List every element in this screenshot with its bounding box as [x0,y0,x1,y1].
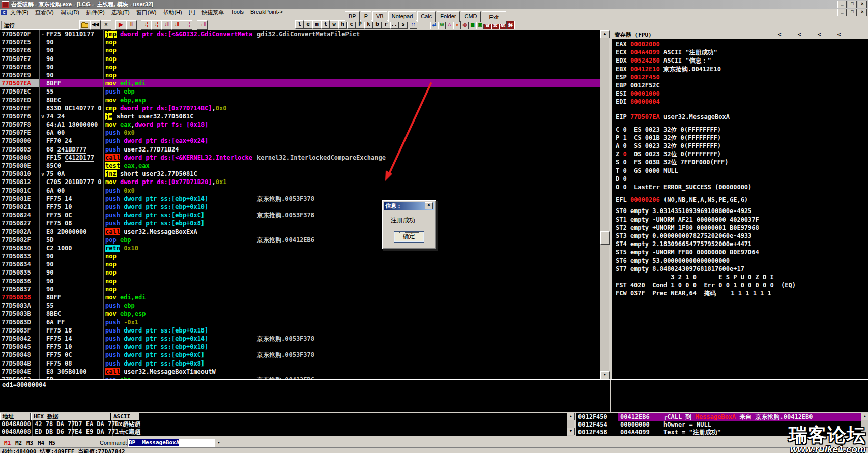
disasm-row[interactable]: 77D50853 5Dpop ebp京东抢购.00412EB6 [0,376,600,379]
disasm-row[interactable]: 77D5084B FF75 08push dword ptr ss:[ebp+0… [0,359,600,368]
register-row[interactable]: ST0 empty 3.0314351093969100800e-4925 [612,207,868,215]
step-into-button[interactable]: ↓¦ [141,20,152,30]
register-row[interactable]: Z 0 DS 0023 32位 0(FFFFFFFF) [612,150,868,158]
close-program-button[interactable]: × [101,20,111,30]
disasm-row[interactable]: 77D50830 C2 1000retn 0x10 [0,244,600,252]
panel-t-button[interactable]: t [321,20,330,29]
registers-pane[interactable]: 寄存器 (FPU) <<<< EAX 00002000ECX 004A4D99 … [611,30,868,379]
scroll-up-icon[interactable]: ▲ [567,413,575,420]
dump-tab-m2[interactable]: M2 [15,440,22,446]
register-row[interactable]: ESI 00001000 [612,89,868,98]
disasm-row[interactable]: 77D50835 90nop [0,268,600,277]
disasm-row[interactable]: 77D5081C 6A 00push 0x0 [0,187,600,195]
register-row[interactable]: EDX 00524280 ASCII "信息：" [612,56,868,65]
panel-e-button[interactable]: e [304,20,312,29]
quick-button-exit[interactable]: Exit [482,11,506,24]
disasm-row[interactable]: 77D5083D 6A FFpush -0x1 [0,318,600,326]
disasm-row[interactable]: 77D5080E 85C0test eax,eax [0,162,600,170]
register-row[interactable]: 3 2 1 0 E S P U O Z D I [612,273,868,281]
disasm-row[interactable]: 77D5083A 55push ebp [0,301,600,310]
panel-m-button[interactable]: m [312,20,321,29]
register-row[interactable]: FCW 037F Prec NEAR,64 掩码 1 1 1 1 1 1 [612,289,868,297]
dump-header-ascii[interactable]: ASCII [111,413,139,420]
disassembly-pane[interactable]: 77D507DF-FF25 9011D177jmp dword ptr ds:[… [0,30,600,379]
mdi-control-close-icon[interactable]: × [858,9,867,16]
run-button[interactable]: ▶ [115,20,126,30]
menu-item-5[interactable]: 选项(T) [111,9,130,16]
dialog-close-icon[interactable]: × [425,202,433,209]
dump-header-hex[interactable]: HEX 数据 [31,413,110,420]
dump-tab-m1[interactable]: M1 [4,440,11,446]
menu-item-3[interactable]: 调试(D) [61,9,79,16]
disasm-row[interactable]: 77D50848 FF75 0Cpush dword ptr ss:[ebp+0… [0,351,600,359]
disasm-row[interactable]: 77D507F8 64:A1 18000000mov eax,dword ptr… [0,120,600,129]
mdi-control-restore-icon[interactable]: □ [848,9,857,16]
menu-item-7[interactable]: 帮助(H) [163,9,182,16]
scroll-thumb[interactable] [600,231,610,245]
disasm-row[interactable]: 77D5082F 5Dpop ebp京东抢购.00412EB6 [0,236,600,244]
disasm-row[interactable]: 77D507EC 55push ebp [0,87,600,96]
disasm-row[interactable]: 77D50824 FF75 0Cpush dword ptr ss:[ebp+0… [0,211,600,219]
quick-button-folder[interactable]: Folder [437,11,459,22]
animate-into-button[interactable]: ↓‖ [161,20,172,30]
register-row[interactable]: EBX 00412E10 京东抢购.00412E10 [612,65,868,73]
disasm-row[interactable]: 77D50833 90nop [0,252,600,260]
register-row[interactable]: T 0 GS 0000 NULL [612,167,868,175]
panel-w-button[interactable]: w [330,20,338,29]
step-over-button[interactable]: ↓¦ [151,20,162,30]
register-row[interactable]: EIP 77D507EA user32.MessageBoxA [612,113,868,121]
register-row[interactable]: O 0 LastErr ERROR_SUCCESS (00000000) [612,183,868,191]
disasm-row[interactable]: 77D50842 FF75 14push dword ptr ss:[ebp+0… [0,335,600,343]
disasm-row[interactable]: 77D50808 FF15 C412D177call dword ptr ds:… [0,154,600,162]
register-row[interactable]: ST6 empty 53.000000000000000000 [612,257,868,265]
scroll-up-icon[interactable]: ▲ [861,413,868,420]
quick-button-cmd[interactable]: CMD [461,11,481,22]
animate-over-button[interactable]: ↓‖ [171,20,182,30]
ok-button[interactable]: 确定 [394,231,424,243]
stack-row[interactable]: 0012F45000412EB6┌CALL 到 MessageBoxA 来自 京… [576,413,862,421]
quick-button-calc[interactable]: Calc [417,11,436,22]
disasm-row[interactable]: 77D50827 FF75 08push dword ptr ss:[ebp+0… [0,219,600,227]
dump-pane[interactable]: 地址 HEX 数据 ASCII 0048A00042 78 DA 77D7 EA… [0,413,567,436]
command-input[interactable]: BP MessageBoxA [127,439,216,447]
disasm-row[interactable]: 77D5082A E8 2D000000call user32.MessageB… [0,228,600,236]
collapse-icon[interactable]: < [833,31,845,38]
disasm-row[interactable]: 77D507E6 90nop [0,46,600,54]
command-dropdown-icon[interactable]: ▼ [214,439,223,448]
disasm-row[interactable]: 77D507E5 90nop [0,38,600,46]
scroll-up-icon[interactable]: ▲ [600,30,610,38]
dump-row[interactable]: 0048A008ED DB D6 77E4 E9 DA 771击c遍趙 [0,428,567,436]
register-row[interactable]: A 0 SS 0023 32位 0(FFFFFFFF) [612,142,868,150]
panel-l-button[interactable]: l [295,20,304,29]
mdi-control-minimize-icon[interactable]: _ [837,9,847,16]
register-row[interactable]: ST2 empty +UNORM 1F80 00000001 B0E97968 [612,224,868,232]
register-row[interactable]: EDI 80000004 [612,98,868,106]
scroll-down-icon[interactable]: ▼ [567,428,575,435]
menu-item-8[interactable]: [+] [189,9,195,16]
disasm-row[interactable]: 77D50834 90nop [0,260,600,268]
menu-item-6[interactable]: 窗口(W) [136,9,157,16]
disasm-row[interactable]: 77D50812 C705 201BD777 0mov dword ptr ds… [0,178,600,186]
dump-scrollbar[interactable]: ▲ ▼ [567,413,574,436]
dump-tab-m5[interactable]: M5 [49,440,55,446]
disasm-scrollbar[interactable]: ▲ ▼ [600,30,609,379]
register-row[interactable]: ST4 empty 2.1830966547757952000e+4471 [612,240,868,248]
disasm-row[interactable]: 77D507F6v74 24je short user32.77D5081C [0,112,600,120]
disasm-row[interactable]: 77D5081E FF75 14push dword ptr ss:[ebp+0… [0,195,600,203]
dialog-title-bar[interactable]: 信息： × [384,202,434,210]
register-row[interactable]: P 1 CS 001B 32位 0(FFFFFFFF) [612,134,868,142]
register-row[interactable]: EFL 00000206 (NO,NB,NE,A,NS,PE,GE,G) [612,196,868,204]
disasm-row[interactable]: 77D50810v75 0Ajnz short user32.77D5081C [0,170,600,178]
window-control-minimize-icon[interactable]: _ [837,1,847,8]
brand-jie-button[interactable]: 解 [507,21,514,29]
register-row[interactable]: D 0 [612,175,868,183]
disasm-row[interactable]: 77D507E8 90nop [0,63,600,71]
register-row[interactable]: C 0 ES 0023 32位 0(FFFFFFFF) [612,126,868,134]
register-row[interactable]: FST 4020 Cond 1 0 0 0 Err 0 0 1 0 0 0 0 … [612,281,868,289]
quick-button-p[interactable]: P [361,11,371,22]
disasm-row[interactable]: 77D507EF 833D BC14D777 0cmp dword ptr ds… [0,104,600,112]
disasm-row[interactable]: 77D50837 90nop [0,285,600,293]
blank-button[interactable] [514,21,522,29]
quick-button-notepad[interactable]: Notepad [388,11,417,22]
register-row[interactable]: ST5 empty -UNORM FFB0 00000000 B0E97D64 [612,248,868,256]
